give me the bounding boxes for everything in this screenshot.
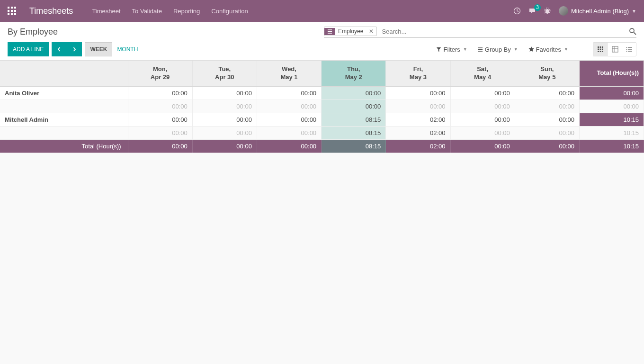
employee-name[interactable]: Mitchell Admin	[0, 113, 128, 126]
messages-icon[interactable]: 3	[528, 7, 536, 15]
table-row[interactable]: Anita Oliver00:0000:0000:0000:0000:0000:…	[0, 86, 644, 100]
svg-point-24	[626, 51, 627, 52]
view-list[interactable]	[622, 43, 636, 56]
debug-icon[interactable]	[544, 7, 551, 15]
sub-cell[interactable]: 00:00	[128, 126, 192, 139]
svg-rect-7	[11, 13, 13, 15]
svg-rect-0	[8, 7, 9, 9]
svg-rect-4	[11, 10, 13, 12]
table-subrow: 00:0000:0000:0000:0000:0000:0000:0000:00	[0, 100, 644, 113]
nav-timesheet[interactable]: Timesheet	[92, 8, 120, 15]
col-total: Total (Hour(s))	[580, 61, 644, 86]
svg-rect-16	[600, 49, 601, 50]
next-button[interactable]	[67, 42, 82, 56]
sub-cell[interactable]: 00:00	[322, 100, 386, 113]
svg-rect-18	[598, 51, 599, 52]
svg-rect-19	[600, 51, 601, 52]
favorites-label: Favorites	[536, 46, 561, 53]
svg-rect-21	[612, 46, 618, 52]
svg-rect-5	[14, 10, 16, 12]
groupby-button[interactable]: Group By ▼	[478, 46, 518, 53]
cell[interactable]: 00:00	[450, 86, 515, 100]
sub-cell[interactable]: 00:00	[128, 100, 192, 113]
cell[interactable]: 02:00	[386, 113, 450, 126]
footer-cell: 00:00	[192, 139, 257, 153]
footer-cell: 00:00	[257, 139, 321, 153]
search-facet: Employee ✕	[324, 27, 377, 36]
sub-cell[interactable]: 00:00	[450, 126, 515, 139]
sub-cell[interactable]: 00:00	[257, 126, 321, 139]
search-input[interactable]	[380, 27, 626, 36]
svg-point-22	[626, 47, 627, 48]
cell[interactable]: 00:00	[192, 86, 257, 100]
sub-cell[interactable]: 00:00	[515, 126, 579, 139]
footer-row: Total (Hour(s))00:0000:0000:0008:1502:00…	[0, 139, 644, 153]
caret-down-icon: ▼	[632, 9, 636, 14]
cell[interactable]: 00:00	[128, 86, 192, 100]
svg-rect-14	[602, 46, 603, 48]
favorites-button[interactable]: Favorites ▼	[528, 46, 568, 53]
sub-cell[interactable]: 00:00	[257, 100, 321, 113]
cell[interactable]: 00:00	[257, 86, 321, 100]
sub-cell[interactable]: 08:15	[322, 126, 386, 139]
svg-rect-12	[598, 46, 599, 48]
group-icon	[324, 28, 335, 35]
col-day-4: Fri,May 3	[386, 61, 450, 86]
cell[interactable]: 00:00	[257, 113, 321, 126]
cell[interactable]: 00:00	[450, 113, 515, 126]
svg-rect-8	[14, 13, 16, 15]
apps-icon[interactable]	[8, 7, 16, 15]
svg-point-11	[630, 28, 634, 33]
sub-cell[interactable]: 00:00	[192, 100, 257, 113]
footer-cell: 00:00	[128, 139, 192, 153]
sub-cell[interactable]: 02:00	[386, 126, 450, 139]
filters-button[interactable]: Filters ▼	[436, 46, 467, 53]
svg-rect-15	[598, 49, 599, 50]
search-bar: Employee ✕	[324, 27, 636, 37]
cell[interactable]: 00:00	[322, 86, 386, 100]
facet-remove[interactable]: ✕	[366, 28, 376, 35]
table-row[interactable]: Mitchell Admin00:0000:0000:0008:1502:000…	[0, 113, 644, 126]
add-line-button[interactable]: Add a Line	[8, 42, 49, 56]
view-pivot[interactable]	[608, 43, 622, 56]
view-grid[interactable]	[593, 43, 608, 56]
row-total: 00:00	[580, 86, 644, 100]
nav-reporting[interactable]: Reporting	[173, 8, 200, 15]
cell[interactable]: 08:15	[322, 113, 386, 126]
col-day-1: Tue,Apr 30	[192, 61, 257, 86]
cell[interactable]: 00:00	[515, 113, 579, 126]
avatar	[559, 6, 568, 16]
messages-badge: 3	[534, 4, 541, 11]
col-day-0: Mon,Apr 29	[128, 61, 192, 86]
sub-cell[interactable]: 00:00	[450, 100, 515, 113]
sub-cell[interactable]: 00:00	[386, 100, 450, 113]
month-button[interactable]: MONTH	[112, 42, 143, 56]
cell[interactable]: 00:00	[192, 113, 257, 126]
prev-button[interactable]	[52, 42, 67, 56]
employee-name[interactable]: Anita Oliver	[0, 86, 128, 100]
cell[interactable]: 00:00	[128, 113, 192, 126]
sub-cell[interactable]: 00:00	[192, 126, 257, 139]
nav-configuration[interactable]: Configuration	[211, 8, 248, 15]
facet-label: Employee	[335, 27, 366, 36]
topbar: Timesheets Timesheet To Validate Reporti…	[0, 0, 644, 22]
footer-cell: 00:00	[515, 139, 579, 153]
nav-to-validate[interactable]: To Validate	[132, 8, 162, 15]
svg-rect-13	[600, 46, 601, 48]
main-nav: Timesheet To Validate Reporting Configur…	[92, 8, 248, 15]
cell[interactable]: 00:00	[386, 86, 450, 100]
svg-rect-2	[14, 7, 16, 9]
row-total: 10:15	[580, 113, 644, 126]
sub-cell[interactable]: 00:00	[515, 100, 579, 113]
brand[interactable]: Timesheets	[29, 6, 73, 16]
user-menu[interactable]: Mitchell Admin (Blog) ▼	[559, 6, 636, 16]
search-icon[interactable]	[629, 27, 636, 35]
user-name: Mitchell Admin (Blog)	[571, 8, 629, 15]
table-subrow: 00:0000:0000:0008:1502:0000:0000:0010:15	[0, 126, 644, 139]
col-day-6: Sun,May 5	[515, 61, 579, 86]
week-button[interactable]: WEEK	[85, 42, 112, 56]
cell[interactable]: 00:00	[515, 86, 579, 100]
svg-point-23	[626, 49, 627, 50]
activity-icon[interactable]	[513, 7, 521, 15]
col-day-2: Wed,May 1	[257, 61, 321, 86]
